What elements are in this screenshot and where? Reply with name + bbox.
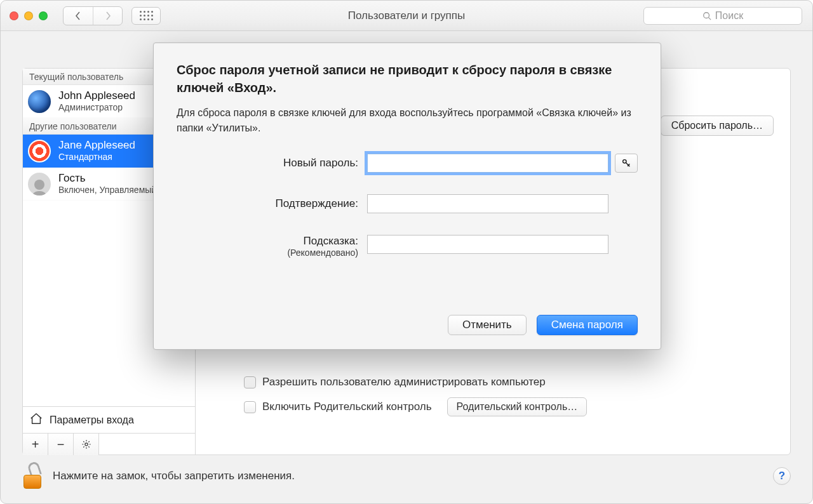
- titlebar: Пользователи и группы Поиск: [1, 1, 812, 31]
- remove-user-button[interactable]: −: [48, 434, 74, 455]
- chevron-right-icon: [104, 11, 112, 20]
- back-button[interactable]: [64, 7, 93, 25]
- hint-recommended: (Рекомендовано): [177, 248, 358, 258]
- zoom-window-button[interactable]: [39, 11, 48, 20]
- key-icon: [621, 158, 631, 168]
- nav-back-forward: [63, 6, 123, 25]
- lock-icon[interactable]: [22, 463, 43, 489]
- avatar-target-icon: [28, 140, 51, 162]
- avatar-guest-icon: [28, 173, 51, 196]
- parental-controls-label: Включить Родительский контроль: [262, 401, 432, 413]
- grid-icon: [140, 11, 153, 20]
- confirm-password-label: Подтверждение:: [177, 197, 367, 210]
- user-name: Jane Appleseed: [58, 138, 135, 152]
- password-hint-input[interactable]: [367, 235, 608, 254]
- hint-label: Подсказка:: [303, 235, 358, 247]
- user-name: Гость: [58, 171, 156, 185]
- chevron-left-icon: [74, 11, 82, 20]
- reset-password-sheet: Сброс пароля учетной записи не приводит …: [153, 43, 661, 350]
- forward-button[interactable]: [93, 7, 122, 25]
- avatar-earth-icon: [28, 90, 51, 113]
- show-all-button[interactable]: [131, 7, 161, 25]
- open-parental-controls-button[interactable]: Родительский контроль…: [447, 397, 588, 416]
- sheet-heading: Сброс пароля учетной записи не приводит …: [177, 61, 638, 96]
- reset-password-button[interactable]: Сбросить пароль…: [661, 116, 774, 136]
- sheet-info-text: Для сброса пароля в связке ключей для вх…: [177, 105, 638, 136]
- password-assistant-button[interactable]: [615, 154, 638, 173]
- user-role: Включен, Управляемый: [58, 185, 156, 196]
- new-password-input[interactable]: [367, 154, 608, 173]
- allow-admin-label: Разрешить пользователю администрировать …: [262, 376, 546, 388]
- sidebar-controls: + −: [23, 433, 196, 454]
- svg-point-2: [84, 443, 87, 446]
- svg-point-0: [704, 12, 709, 18]
- lock-hint-text: Нажмите на замок, чтобы запретить измене…: [53, 470, 295, 482]
- change-password-button[interactable]: Смена пароля: [537, 315, 638, 335]
- new-password-label: Новый пароль:: [177, 157, 367, 169]
- window-controls: [10, 11, 48, 20]
- cancel-button[interactable]: Отменить: [448, 315, 527, 335]
- user-role: Администратор: [58, 102, 135, 114]
- minimize-window-button[interactable]: [24, 11, 33, 20]
- close-window-button[interactable]: [10, 11, 18, 20]
- user-role: Стандартная: [58, 152, 135, 163]
- preferences-window: Пользователи и группы Поиск Текущий поль…: [0, 0, 813, 504]
- confirm-password-input[interactable]: [367, 194, 608, 213]
- home-icon: [29, 412, 43, 428]
- search-icon: [702, 11, 711, 20]
- login-options-row[interactable]: Параметры входа: [23, 406, 196, 433]
- user-name: John Appleseed: [58, 89, 135, 102]
- parental-controls-checkbox[interactable]: [244, 401, 256, 413]
- lock-row: Нажмите на замок, чтобы запретить измене…: [22, 461, 791, 491]
- gear-icon: [81, 439, 91, 449]
- svg-point-3: [623, 160, 626, 163]
- search-field[interactable]: Поиск: [643, 7, 802, 25]
- allow-admin-checkbox[interactable]: [244, 376, 256, 388]
- user-actions-button[interactable]: [74, 434, 99, 455]
- add-user-button[interactable]: +: [23, 434, 48, 455]
- search-placeholder: Поиск: [715, 10, 743, 22]
- login-options-label: Параметры входа: [50, 414, 134, 426]
- svg-line-1: [708, 17, 711, 20]
- help-button[interactable]: ?: [773, 467, 791, 485]
